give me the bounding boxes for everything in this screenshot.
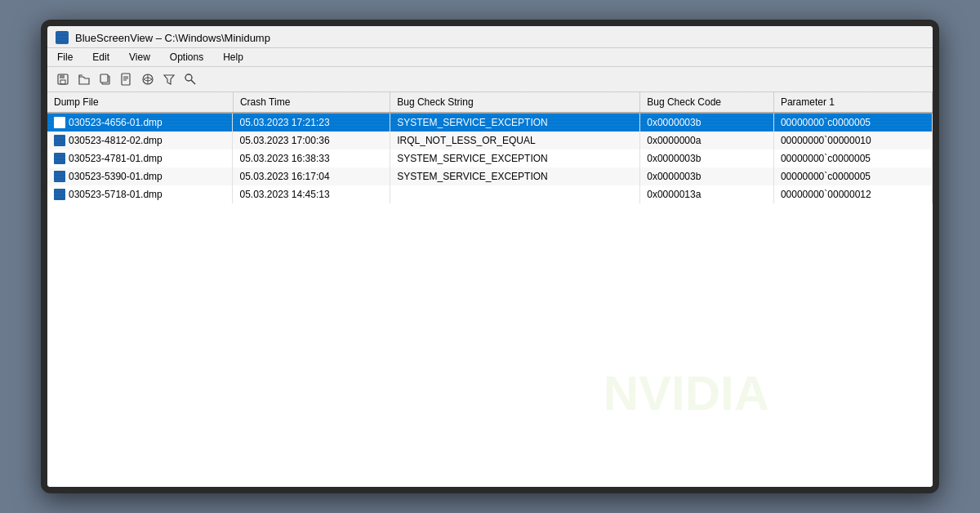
- monitor-screen: BlueScreenView – C:\Windows\Minidump Fil…: [47, 26, 933, 487]
- cell-dump-file: 030523-5718-01.dmp: [47, 185, 233, 203]
- cell-dump-file: 030523-4812-02.dmp: [47, 132, 233, 149]
- dump-file-name: 030523-4781-01.dmp: [69, 153, 163, 164]
- svg-rect-2: [60, 80, 65, 84]
- table-row[interactable]: 030523-4656-01.dmp05.03.2023 17:21:23SYS…: [47, 113, 933, 132]
- cell-bug-check-code: 0x0000003b: [640, 167, 774, 185]
- toolbar-open-btn[interactable]: [75, 70, 93, 88]
- toolbar-copy-btn[interactable]: [96, 70, 114, 88]
- cell-parameter-1: 00000000`00000010: [773, 132, 932, 149]
- toolbar: [47, 67, 933, 92]
- cell-parameter-1: 00000000`00000012: [773, 185, 932, 203]
- svg-rect-1: [60, 74, 65, 78]
- cell-parameter-1: 00000000`c0000005: [773, 113, 932, 132]
- cell-crash-time: 05.03.2023 16:38:33: [233, 149, 390, 167]
- col-header-bug-check-code[interactable]: Bug Check Code: [640, 92, 774, 113]
- cell-crash-time: 05.03.2023 16:17:04: [233, 167, 390, 185]
- cell-dump-file: 030523-4781-01.dmp: [47, 149, 233, 167]
- menu-options[interactable]: Options: [167, 50, 207, 65]
- col-header-bug-check-string[interactable]: Bug Check String: [390, 92, 640, 113]
- toolbar-browse-btn[interactable]: [139, 70, 157, 88]
- table-area: Dump File Crash Time Bug Check String Bu…: [47, 92, 933, 487]
- cell-bug-check-string: SYSTEM_SERVICE_EXCEPTION: [390, 167, 640, 185]
- dump-file-icon: [54, 153, 65, 164]
- toolbar-report-btn[interactable]: [118, 70, 136, 88]
- menu-bar: File Edit View Options Help: [47, 48, 933, 67]
- title-bar-text: BlueScreenView – C:\Windows\Minidump: [75, 32, 270, 44]
- table-row[interactable]: 030523-5718-01.dmp05.03.2023 14:45:130x0…: [47, 185, 933, 203]
- svg-marker-11: [164, 75, 174, 84]
- dump-file-icon: [54, 171, 65, 182]
- toolbar-save-btn[interactable]: [54, 70, 72, 88]
- cell-bug-check-string: IRQL_NOT_LESS_OR_EQUAL: [390, 132, 640, 149]
- cell-bug-check-string: SYSTEM_SERVICE_EXCEPTION: [390, 113, 640, 132]
- col-header-parameter-1[interactable]: Parameter 1: [773, 92, 932, 113]
- svg-rect-4: [100, 74, 108, 83]
- cell-bug-check-string: [390, 185, 640, 203]
- cell-crash-time: 05.03.2023 17:00:36: [233, 132, 390, 149]
- table-row[interactable]: 030523-4812-02.dmp05.03.2023 17:00:36IRQ…: [47, 132, 933, 149]
- monitor-outer: BlueScreenView – C:\Windows\Minidump Fil…: [41, 20, 939, 493]
- cell-bug-check-code: 0x0000003b: [640, 149, 774, 167]
- cell-crash-time: 05.03.2023 17:21:23: [233, 113, 390, 132]
- svg-rect-5: [122, 74, 130, 85]
- col-header-crash-time[interactable]: Crash Time: [233, 92, 390, 113]
- menu-view[interactable]: View: [126, 50, 154, 65]
- cell-bug-check-code: 0x0000000a: [640, 132, 774, 149]
- toolbar-filter-btn[interactable]: [160, 70, 178, 88]
- dump-file-icon: [54, 117, 65, 128]
- cell-dump-file: 030523-4656-01.dmp: [47, 114, 233, 132]
- cell-bug-check-code: 0x0000003b: [640, 113, 774, 132]
- cell-dump-file: 030523-5390-01.dmp: [47, 167, 233, 185]
- title-bar: BlueScreenView – C:\Windows\Minidump: [47, 26, 933, 48]
- cell-parameter-1: 00000000`c0000005: [773, 149, 932, 167]
- toolbar-search-btn[interactable]: [181, 70, 199, 88]
- app-icon: [56, 31, 69, 44]
- dump-file-icon: [54, 189, 65, 200]
- dump-file-name: 030523-5390-01.dmp: [69, 171, 163, 182]
- table-row[interactable]: 030523-4781-01.dmp05.03.2023 16:38:33SYS…: [47, 149, 933, 167]
- menu-help[interactable]: Help: [220, 50, 247, 65]
- menu-file[interactable]: File: [54, 50, 76, 65]
- app-window: BlueScreenView – C:\Windows\Minidump Fil…: [47, 26, 933, 487]
- cell-crash-time: 05.03.2023 14:45:13: [233, 185, 390, 203]
- dump-file-name: 030523-4812-02.dmp: [69, 135, 163, 146]
- svg-point-12: [185, 74, 192, 81]
- table-row[interactable]: 030523-5390-01.dmp05.03.2023 16:17:04SYS…: [47, 167, 933, 185]
- cell-bug-check-code: 0x0000013a: [640, 185, 774, 203]
- svg-line-13: [191, 80, 195, 84]
- crash-table: Dump File Crash Time Bug Check String Bu…: [47, 92, 933, 203]
- cell-bug-check-string: SYSTEM_SERVICE_EXCEPTION: [390, 149, 640, 167]
- menu-edit[interactable]: Edit: [89, 50, 113, 65]
- dump-file-name: 030523-4656-01.dmp: [69, 117, 163, 128]
- cell-parameter-1: 00000000`c0000005: [773, 167, 932, 185]
- col-header-dump-file[interactable]: Dump File: [47, 92, 233, 113]
- dump-file-icon: [54, 135, 65, 146]
- dump-file-name: 030523-5718-01.dmp: [69, 189, 163, 200]
